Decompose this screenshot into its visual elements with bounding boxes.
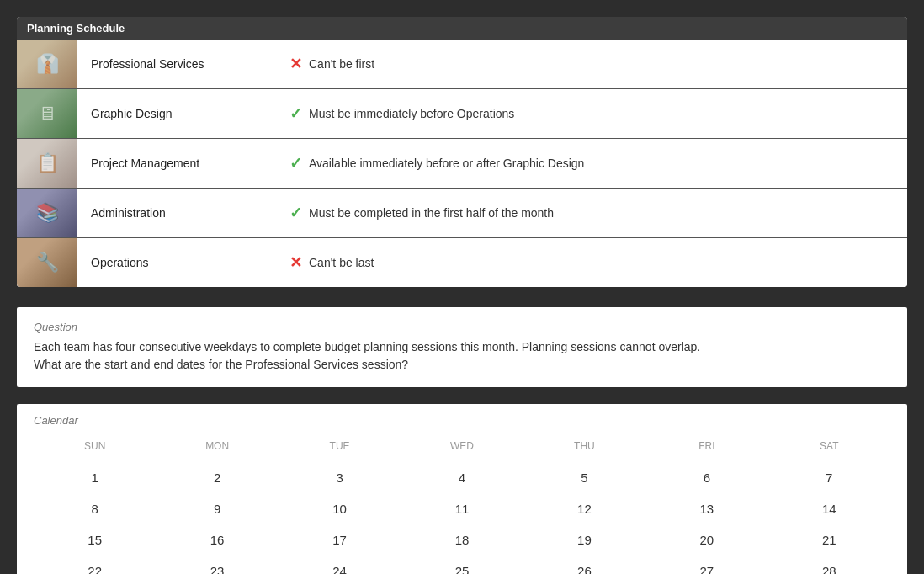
- calendar-day-cell[interactable]: 24: [279, 555, 401, 574]
- calendar-day-cell[interactable]: 27: [645, 555, 767, 574]
- calendar-day-cell[interactable]: 17: [279, 524, 401, 555]
- row-name: Professional Services: [77, 57, 279, 71]
- question-section: Question Each team has four consecutive …: [17, 307, 907, 387]
- calendar-week-row: 15161718192021: [34, 524, 890, 555]
- calendar-day-cell[interactable]: 2: [156, 462, 278, 493]
- row-constraint: ✓ Must be immediately before Operations: [279, 104, 907, 123]
- constraint-text: Can't be first: [309, 57, 374, 71]
- calendar-day-cell[interactable]: 11: [401, 493, 523, 524]
- question-line1: Each team has four consecutive weekdays …: [34, 340, 700, 353]
- question-label: Question: [34, 321, 890, 333]
- calendar-day-cell[interactable]: 7: [768, 462, 890, 493]
- calendar-day-header: FRI: [645, 437, 767, 462]
- row-constraint: ✓ Available immediately before or after …: [279, 154, 907, 173]
- row-name: Project Management: [77, 157, 279, 170]
- calendar-week-row: 22232425262728: [34, 555, 890, 574]
- calendar-day-cell[interactable]: 9: [156, 493, 278, 524]
- row-constraint: ✓ Must be completed in the first half of…: [279, 204, 907, 222]
- calendar-label: Calendar: [34, 414, 890, 427]
- row-constraint: ✕ Can't be last: [279, 253, 907, 272]
- calendar-day-cell[interactable]: 28: [768, 555, 890, 574]
- calendar-day-cell[interactable]: 21: [768, 524, 890, 555]
- row-thumbnail: 👔: [17, 40, 77, 88]
- page-container: Planning Schedule 👔 Professional Service…: [0, 0, 924, 574]
- calendar-day-cell[interactable]: 5: [523, 462, 645, 493]
- calendar-day-cell[interactable]: 10: [279, 493, 401, 524]
- schedule-section: Planning Schedule 👔 Professional Service…: [17, 17, 907, 287]
- calendar-section: Calendar SUNMONTUEWEDTHUFRISAT 123456789…: [17, 404, 907, 574]
- check-icon: ✓: [289, 104, 302, 123]
- calendar-header-row: SUNMONTUEWEDTHUFRISAT: [34, 437, 890, 462]
- calendar-day-cell[interactable]: 22: [34, 555, 156, 574]
- calendar-day-header: WED: [401, 437, 523, 462]
- row-name: Graphic Design: [77, 107, 279, 120]
- constraint-text: Can't be last: [309, 256, 374, 269]
- schedule-row-project-management: 📋 Project Management ✓ Available immedia…: [17, 139, 907, 189]
- row-thumbnail: 🖥: [17, 89, 77, 138]
- constraint-text: Must be immediately before Operations: [309, 107, 514, 120]
- calendar-day-cell[interactable]: 12: [523, 493, 645, 524]
- calendar-body: 1234567891011121314151617181920212223242…: [34, 462, 890, 574]
- calendar-week-row: 891011121314: [34, 493, 890, 524]
- check-icon: ✓: [289, 154, 302, 173]
- x-icon: ✕: [289, 253, 302, 272]
- calendar-day-cell[interactable]: 4: [401, 462, 523, 493]
- calendar-day-cell[interactable]: 8: [34, 493, 156, 524]
- question-text: Each team has four consecutive weekdays …: [34, 338, 890, 374]
- row-name: Operations: [77, 256, 279, 269]
- calendar-day-cell[interactable]: 25: [401, 555, 523, 574]
- calendar-day-header: SUN: [34, 437, 156, 462]
- question-line2: What are the start and end dates for the…: [34, 358, 408, 371]
- calendar-day-cell[interactable]: 23: [156, 555, 278, 574]
- row-thumbnail: 🔧: [17, 238, 77, 287]
- calendar-day-cell[interactable]: 16: [156, 524, 278, 555]
- calendar-day-cell[interactable]: 14: [768, 493, 890, 524]
- schedule-title: Planning Schedule: [17, 17, 907, 40]
- schedule-rows: 👔 Professional Services ✕ Can't be first…: [17, 40, 907, 287]
- row-thumbnail: 📋: [17, 139, 77, 188]
- calendar-grid: SUNMONTUEWEDTHUFRISAT 123456789101112131…: [34, 437, 890, 574]
- schedule-row-operations: 🔧 Operations ✕ Can't be last: [17, 238, 907, 287]
- schedule-row-administration: 📚 Administration ✓ Must be completed in …: [17, 189, 907, 238]
- calendar-day-header: SAT: [768, 437, 890, 462]
- calendar-day-cell[interactable]: 15: [34, 524, 156, 555]
- calendar-day-cell[interactable]: 19: [523, 524, 645, 555]
- calendar-day-header: THU: [523, 437, 645, 462]
- schedule-row-professional-services: 👔 Professional Services ✕ Can't be first: [17, 40, 907, 89]
- calendar-day-cell[interactable]: 6: [645, 462, 767, 493]
- row-thumbnail: 📚: [17, 189, 77, 237]
- calendar-day-cell[interactable]: 3: [279, 462, 401, 493]
- calendar-day-header: MON: [156, 437, 278, 462]
- calendar-day-cell[interactable]: 13: [645, 493, 767, 524]
- calendar-day-cell[interactable]: 18: [401, 524, 523, 555]
- check-icon: ✓: [289, 204, 302, 222]
- calendar-day-cell[interactable]: 26: [523, 555, 645, 574]
- calendar-day-cell[interactable]: 1: [34, 462, 156, 493]
- schedule-row-graphic-design: 🖥 Graphic Design ✓ Must be immediately b…: [17, 89, 907, 139]
- calendar-week-row: 1234567: [34, 462, 890, 493]
- calendar-day-cell[interactable]: 20: [645, 524, 767, 555]
- constraint-text: Available immediately before or after Gr…: [309, 157, 584, 170]
- calendar-day-header: TUE: [279, 437, 401, 462]
- row-name: Administration: [77, 206, 279, 220]
- x-icon: ✕: [289, 55, 302, 73]
- constraint-text: Must be completed in the first half of t…: [309, 206, 554, 220]
- row-constraint: ✕ Can't be first: [279, 55, 907, 73]
